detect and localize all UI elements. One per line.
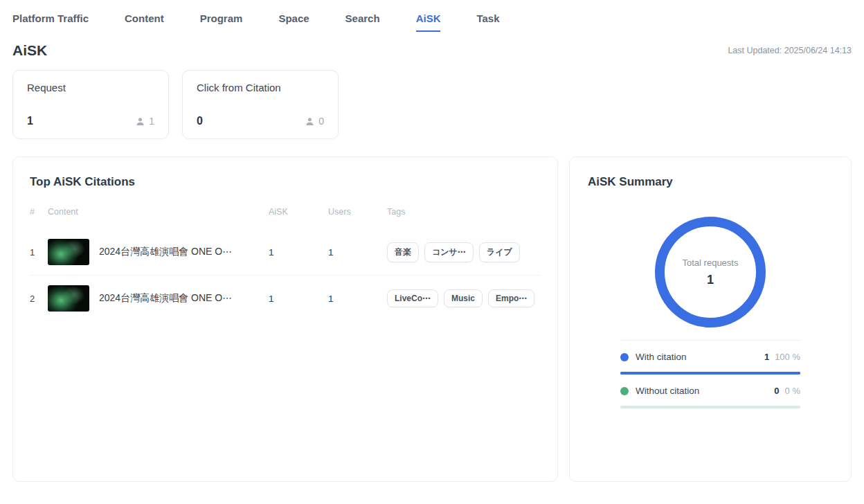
table-row[interactable]: 1 2024台灣高雄演唱會 ONE O⋯ 1 1 音楽 コンサ⋯ ライブ	[30, 229, 541, 275]
top-aisk-citations-panel: Top AiSK Citations # Content AiSK Users …	[12, 156, 558, 482]
panels-row: Top AiSK Citations # Content AiSK Users …	[0, 139, 864, 482]
row-aisk-count: 1	[269, 247, 328, 258]
column-users: Users	[328, 207, 387, 217]
stat-card-users: 1	[135, 116, 154, 127]
row-rank: 1	[30, 247, 48, 258]
legend-label: With citation	[636, 352, 687, 362]
column-aisk: AiSK	[269, 207, 328, 217]
last-updated-label: Last Updated: 2025/06/24 14:13	[728, 46, 852, 55]
stat-card-value: 0	[197, 115, 203, 127]
tag-pill: LiveCo⋯	[387, 289, 438, 307]
stat-card-user-count: 0	[318, 116, 324, 127]
legend-label: Without citation	[636, 386, 699, 396]
tab-platform-traffic[interactable]: Platform Traffic	[12, 12, 89, 32]
total-requests-donut: Total requests 1	[655, 217, 766, 327]
legend-percent: 100 %	[775, 352, 800, 362]
stat-card-user-count: 1	[149, 116, 154, 127]
top-tab-bar: Platform Traffic Content Program Space S…	[0, 0, 864, 32]
content-thumbnail	[48, 285, 89, 312]
stat-card-label: Request	[27, 82, 154, 93]
donut-label: Total requests	[683, 258, 739, 268]
without-citation-bar-track	[620, 406, 800, 408]
row-tags: 音楽 コンサ⋯ ライブ	[387, 242, 541, 262]
donut-value: 1	[707, 273, 714, 287]
tab-space[interactable]: Space	[278, 12, 309, 32]
user-icon	[135, 116, 145, 127]
tag-pill: Empo⋯	[488, 289, 534, 307]
content-title: 2024台灣高雄演唱會 ONE O⋯	[99, 246, 232, 258]
content-thumbnail	[48, 239, 89, 265]
column-tags: Tags	[387, 207, 541, 217]
column-rank: #	[30, 207, 48, 217]
stat-card-label: Click from Citation	[197, 82, 324, 93]
row-tags: LiveCo⋯ Music Empo⋯	[387, 289, 541, 307]
legend-with-citation: With citation 1 100 %	[620, 341, 800, 375]
stat-card-value: 1	[27, 115, 33, 127]
tab-task[interactable]: Task	[476, 12, 499, 32]
tab-search[interactable]: Search	[345, 12, 380, 32]
tag-pill: Music	[444, 289, 483, 307]
tab-content[interactable]: Content	[125, 12, 164, 32]
user-icon	[305, 116, 315, 127]
row-rank: 2	[30, 294, 48, 304]
legend-value: 1	[764, 352, 769, 362]
tag-pill: ライブ	[479, 242, 520, 262]
legend-dot	[620, 353, 629, 361]
tag-pill: 音楽	[387, 242, 419, 262]
aisk-summary-panel: AiSK Summary Total requests 1 With citat…	[569, 156, 852, 482]
column-content: Content	[48, 207, 269, 217]
page-title: AiSK	[12, 42, 47, 59]
tab-program[interactable]: Program	[200, 12, 243, 32]
stat-card-request: Request 1 1	[12, 70, 169, 139]
content-title: 2024台灣高雄演唱會 ONE O⋯	[99, 292, 232, 305]
stat-cards-row: Request 1 1 Click from Citation 0 0	[0, 59, 864, 139]
legend-dot	[620, 387, 629, 395]
legend-value: 0	[774, 386, 779, 396]
citations-panel-title: Top AiSK Citations	[30, 175, 541, 189]
stat-card-users: 0	[305, 116, 324, 127]
row-aisk-count: 1	[269, 294, 328, 304]
tab-aisk[interactable]: AiSK	[416, 12, 441, 32]
table-row[interactable]: 2 2024台灣高雄演唱會 ONE O⋯ 1 1 LiveCo⋯ Music E…	[30, 275, 541, 321]
legend-percent: 0 %	[785, 386, 800, 396]
row-users-count: 1	[328, 294, 387, 304]
citations-table: # Content AiSK Users Tags 1 2024台灣高雄演唱會 …	[30, 207, 541, 321]
page-header: AiSK Last Updated: 2025/06/24 14:13	[0, 32, 864, 59]
tag-pill: コンサ⋯	[424, 242, 474, 262]
row-users-count: 1	[328, 247, 387, 258]
table-header: # Content AiSK Users Tags	[30, 207, 541, 229]
legend-without-citation: Without citation 0 0 %	[620, 375, 800, 408]
summary-panel-title: AiSK Summary	[588, 175, 833, 189]
stat-card-click-from-citation: Click from Citation 0 0	[182, 70, 339, 139]
